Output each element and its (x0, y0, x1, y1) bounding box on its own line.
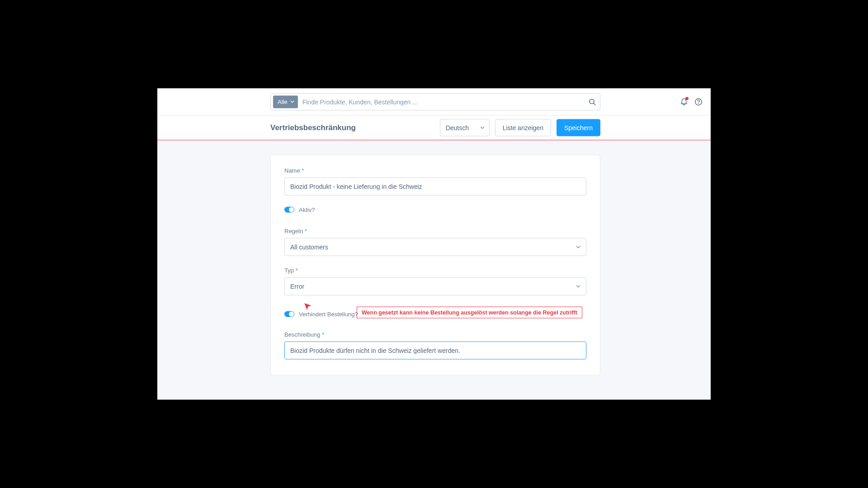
field-rules: Regeln * All customers (284, 228, 586, 256)
help-icon[interactable] (694, 98, 703, 106)
active-label: Aktiv? (299, 206, 315, 213)
chevron-down-icon (480, 126, 485, 130)
active-toggle[interactable] (284, 207, 294, 213)
language-selected-label: Deutsch (446, 124, 469, 131)
prevents-order-label: Verhindert Bestellung? (299, 311, 358, 318)
form-card: Name * Aktiv? Regeln * All customers (270, 155, 600, 375)
rules-selected-value: All customers (290, 244, 328, 251)
top-bar: Alle (157, 89, 711, 116)
page-title: Vertriebsbeschränkung (270, 123, 440, 132)
description-label: Beschreibung * (284, 331, 586, 338)
global-search: Alle (270, 93, 600, 110)
type-select[interactable]: Error (284, 277, 586, 296)
save-button[interactable]: Speichern (557, 119, 600, 136)
field-description: Beschreibung * (284, 331, 586, 360)
type-label: Typ * (284, 267, 586, 274)
show-list-button[interactable]: Liste anzeigen (495, 119, 551, 136)
annotation-callout: Wenn gesetzt kann keine Bestellung ausge… (357, 307, 582, 319)
top-right-icons (680, 89, 703, 116)
language-select[interactable]: Deutsch (440, 119, 490, 136)
page-header: Vertriebsbeschränkung Deutsch Liste anze… (157, 116, 711, 140)
notifications-icon[interactable] (680, 98, 688, 106)
field-prevents-order: ➤ Verhindert Bestellung? Wenn gesetzt ka… (284, 311, 586, 318)
prevents-order-toggle[interactable] (284, 311, 294, 317)
description-input[interactable] (284, 342, 586, 360)
chevron-down-icon (576, 245, 580, 249)
svg-point-0 (590, 99, 594, 103)
page-header-actions: Deutsch Liste anzeigen Speichern (440, 119, 600, 136)
notification-dot (685, 97, 689, 100)
field-name: Name * (284, 167, 586, 196)
field-type: Typ * Error (284, 267, 586, 296)
chevron-down-icon (290, 100, 294, 104)
type-selected-value: Error (290, 283, 304, 290)
svg-point-3 (698, 103, 699, 104)
chevron-down-icon (576, 284, 580, 289)
rules-label: Regeln * (284, 228, 586, 235)
name-input[interactable] (284, 178, 586, 196)
app-viewport: Alle (157, 89, 711, 400)
name-label: Name * (284, 167, 586, 174)
search-filter-label: Alle (278, 99, 288, 105)
svg-line-1 (594, 103, 595, 105)
search-filter-dropdown[interactable]: Alle (273, 95, 298, 108)
page-content: Name * Aktiv? Regeln * All customers (157, 141, 711, 394)
search-icon[interactable] (585, 98, 600, 105)
search-input[interactable] (298, 98, 585, 105)
rules-select[interactable]: All customers (284, 238, 586, 256)
field-active: Aktiv? (284, 206, 586, 213)
